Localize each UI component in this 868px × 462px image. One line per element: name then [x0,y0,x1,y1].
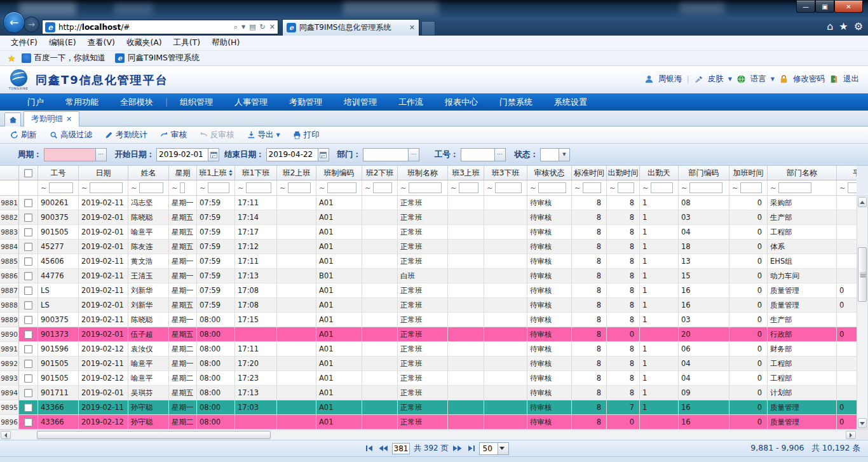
user-name[interactable]: 周银海 [658,74,682,85]
end-date-calendar-button[interactable] [318,148,329,161]
change-password-link[interactable]: 修改密码 [793,74,825,85]
column-header-ot[interactable]: 加班时间 [729,166,768,180]
language-dropdown-icon[interactable]: ▼ [771,76,775,82]
skin-menu[interactable]: 皮肤 [708,74,724,85]
page-size-dropdown-icon[interactable] [498,443,508,454]
empno-picker-button[interactable]: ··· [495,148,506,161]
first-page-button[interactable] [365,445,374,452]
logout-link[interactable]: 退出 [843,74,859,85]
nav-item-2[interactable]: 全部模块 [109,97,164,108]
nav-item-6[interactable]: 培训管理 [333,97,388,108]
row-checkbox[interactable] [19,269,38,283]
page-number-input[interactable] [392,443,410,454]
table-row[interactable]: 98819002612019-02-11冯志坚星期一07:5917:11A01正… [0,196,857,210]
column-header-status[interactable]: 审核状态 [527,166,572,180]
home-tab[interactable] [4,112,21,126]
column-header-ot2[interactable]: 平时加班 [837,166,857,180]
table-row[interactable]: 9884452772019-02-01陈友连星期五07:5917:12A01正常… [0,240,857,254]
table-row[interactable]: 98839015052019-02-01喻意平星期五07:5917:17A01正… [0,225,857,240]
nav-item-3[interactable]: 组织管理 [169,97,224,108]
menu-item-0[interactable]: 文件(F) [5,36,43,50]
skin-dropdown-icon[interactable]: ▼ [728,76,732,82]
row-checkbox[interactable] [19,210,38,225]
column-filter-input-days[interactable] [651,182,673,193]
column-filter-input-s1out[interactable] [246,182,271,193]
column-filter-input-dept[interactable] [778,182,811,193]
prev-page-button[interactable] [378,445,388,452]
window-maximize-button[interactable]: ▣ [815,1,834,13]
compatibility-icon[interactable]: ▤ [249,23,255,31]
window-minimize-button[interactable]: — [796,1,815,13]
export-dropdown-icon[interactable]: ▼ [276,132,280,138]
column-filter-input-week[interactable] [180,182,185,193]
add-favorite-star-icon[interactable]: ★ [8,53,16,64]
url-field[interactable]: e http://localhost/# ⌕ ▼ ▤ ↻ ✕ [42,20,278,34]
menu-item-1[interactable]: 编辑(E) [43,36,82,50]
new-tab-button[interactable] [421,21,435,36]
vertical-scrollbar-thumb[interactable] [858,247,867,302]
row-checkbox[interactable] [19,313,38,327]
row-checkbox[interactable] [19,283,38,298]
row-checkbox[interactable] [19,357,38,371]
dept-picker-button[interactable]: ··· [409,148,419,161]
column-filter-input-status[interactable] [538,182,566,193]
nav-item-0[interactable]: 门户 [17,97,55,108]
refresh-button[interactable]: 刷新 [5,128,42,142]
column-header-s1in[interactable]: 班1上班 [197,166,235,180]
vertical-scrollbar[interactable] [857,196,868,430]
column-filter-input-code[interactable] [327,182,356,193]
row-checkbox[interactable] [19,400,38,415]
refresh-icon[interactable]: ↻ [260,23,266,31]
menu-item-4[interactable]: 工具(T) [168,36,206,50]
row-checkbox[interactable] [19,254,38,269]
table-row[interactable]: 9888LS2019-02-01刘新华星期五07:5917:08A01正常班待审… [0,298,857,313]
table-row[interactable]: 9895433662019-02-11孙守聪星期一08:0017:03A01正常… [0,400,857,415]
favorite-link-baidu[interactable]: 百度一下，你就知道 [34,53,106,64]
row-checkbox[interactable] [19,240,38,254]
browser-back-button[interactable]: ← [3,11,25,33]
column-header-shift[interactable]: 班制名称 [398,166,448,180]
table-row[interactable]: 9886447762019-02-11王清玉星期一07:5917:13B01白班… [0,269,857,283]
audit-button[interactable]: 审核 [155,128,192,142]
page-size-select[interactable]: 50 [479,442,509,455]
end-date-input[interactable] [266,148,318,161]
nav-item-10[interactable]: 系统设置 [543,97,598,108]
tab-close-icon[interactable]: ✕ [409,24,415,32]
nav-item-1[interactable]: 常用功能 [55,97,109,108]
advanced-filter-button[interactable]: 高级过滤 [44,128,97,142]
scroll-up-button[interactable] [858,197,867,207]
table-row[interactable]: 98929015052019-02-11喻意平星期一08:0017:20A01正… [0,357,857,371]
nav-item-8[interactable]: 报表中心 [434,97,489,108]
home-icon[interactable]: ⌂ [827,20,833,32]
column-filter-input-s2in[interactable] [288,182,311,193]
column-header-s2out[interactable]: 班2下班 [362,166,398,180]
column-filter-input-dept_code[interactable] [689,182,722,193]
table-row[interactable]: 9896433662019-02-12孙守聪星期二08:00A01正常班待审核8… [0,415,857,430]
column-header-week[interactable]: 星期 [169,166,197,180]
column-header-std[interactable]: 标准时间 [572,166,607,180]
column-header-days[interactable]: 出勤天 [640,166,679,180]
column-filter-input-s3out[interactable] [495,182,522,193]
page-tab-attendance-detail[interactable]: 考勤明细 ✕ [24,111,79,126]
row-checkbox[interactable] [19,386,38,400]
window-close-button[interactable]: ✕ [834,1,863,13]
print-button[interactable]: 打印 [288,128,325,142]
table-row[interactable]: 98829003752019-02-01陈晓聪星期五07:5917:14A01正… [0,210,857,225]
start-date-calendar-button[interactable] [208,148,219,161]
row-checkbox[interactable] [19,342,38,357]
stop-icon[interactable]: ✕ [269,23,275,31]
column-filter-input-ot2[interactable] [848,182,857,193]
horizontal-scrollbar[interactable] [0,430,857,440]
column-header-code[interactable]: 班制编码 [316,166,362,180]
dept-input[interactable] [363,148,409,161]
menu-item-5[interactable]: 帮助(H) [206,36,245,50]
column-header-date[interactable]: 日期 [79,166,128,180]
column-filter-input-id[interactable] [49,182,73,193]
export-button[interactable]: 导出 ▼ [242,128,285,142]
column-filter-input-s3in[interactable] [459,182,478,193]
row-checkbox[interactable] [19,196,38,210]
column-header-s3out[interactable]: 班3下班 [484,166,527,180]
row-checkbox[interactable] [19,298,38,313]
column-filter-input-att[interactable] [618,182,634,193]
table-row[interactable]: 98919015962019-02-12袁汝仪星期二08:0017:11A01正… [0,342,857,357]
